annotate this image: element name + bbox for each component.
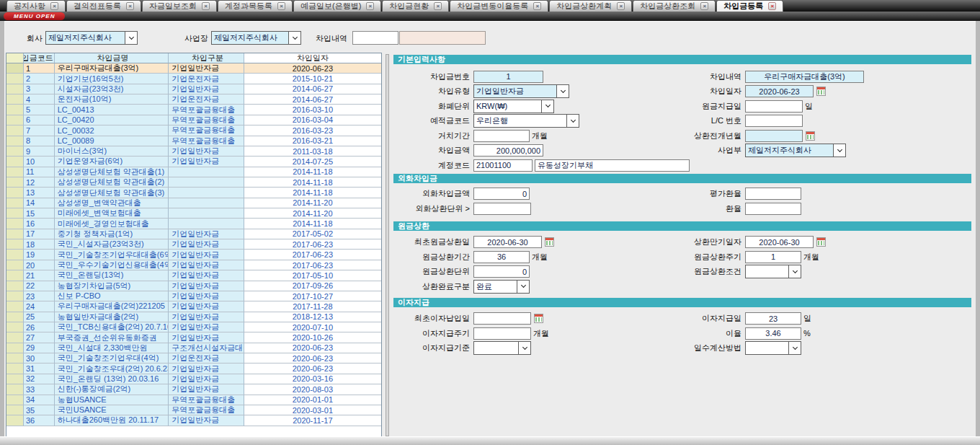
repay-condition-select[interactable] bbox=[745, 265, 801, 278]
table-cell[interactable]: 시설자금(23억3천) bbox=[55, 84, 169, 94]
table-row[interactable]: 5LC_00413무역포괄금융대출2016-03-10 bbox=[6, 105, 381, 115]
table-cell[interactable]: 국민_시설자금(23억3천) bbox=[55, 239, 169, 250]
table-cell[interactable]: 농협일반자금대출(2억) bbox=[55, 312, 169, 322]
table-cell[interactable]: 2020-06-23 bbox=[244, 343, 381, 353]
table-cell[interactable]: 삼성생명단체보험 약관대출(3) bbox=[55, 188, 169, 198]
table-cell[interactable] bbox=[6, 74, 24, 84]
tab-5[interactable]: 차입금현황× bbox=[382, 0, 449, 12]
table-cell[interactable]: 우리구매자금대출(3억) bbox=[55, 63, 169, 74]
tab-close-icon[interactable]: × bbox=[366, 2, 374, 10]
deposit-code-select[interactable]: 우리은행 bbox=[473, 114, 579, 128]
loan-date-field[interactable]: 2020-06-23 bbox=[745, 85, 814, 97]
table-cell[interactable]: 2020-03-16 bbox=[244, 374, 381, 384]
table-cell[interactable] bbox=[6, 250, 24, 260]
table-cell[interactable]: 기업운전자금 bbox=[169, 353, 244, 364]
table-row[interactable]: 4운전자금(10억)기업운전자금2014-06-27 bbox=[6, 94, 381, 105]
table-cell[interactable]: 14 bbox=[24, 198, 55, 208]
table-cell[interactable]: 35 bbox=[24, 405, 55, 415]
table-row[interactable]: 20국민_우수기술기업신용대출(4억)기업일반자금2017-06-23 bbox=[6, 260, 381, 270]
table-cell[interactable] bbox=[6, 322, 24, 332]
table-cell[interactable]: 국민_기술창조기업우대대출(6억) bbox=[55, 250, 169, 260]
table-cell[interactable]: 19 bbox=[24, 250, 55, 260]
table-cell[interactable]: 3 bbox=[24, 84, 55, 94]
table-row[interactable]: 21국민_온랜딩(13억)기업일반자금2017-05-10 bbox=[6, 270, 381, 281]
table-cell[interactable]: 2014-11-20 bbox=[244, 198, 381, 208]
table-cell[interactable]: 기업일반자금 bbox=[169, 312, 244, 322]
maturity-date-field[interactable]: 2020-06-30 bbox=[745, 236, 814, 248]
table-cell[interactable] bbox=[6, 353, 24, 364]
day-count-method-select[interactable] bbox=[745, 341, 801, 355]
table-cell[interactable]: 2014-11-18 bbox=[244, 167, 381, 177]
tab-close-icon[interactable]: × bbox=[533, 2, 541, 10]
chevron-down-icon[interactable] bbox=[517, 281, 529, 293]
table-cell[interactable]: 국민_온랜딩 (13억) 20.03.16 bbox=[55, 374, 169, 384]
exchange-rate-field[interactable] bbox=[745, 203, 801, 215]
repay-cycle-field[interactable]: 1 bbox=[745, 251, 801, 263]
fx-repay-unit-field[interactable] bbox=[473, 203, 531, 215]
table-cell[interactable]: 2020-01-01 bbox=[244, 395, 381, 405]
table-cell[interactable]: 2015-10-21 bbox=[244, 74, 381, 84]
table-cell[interactable]: 2017-11-28 bbox=[244, 301, 381, 312]
table-cell[interactable]: 2020-06-23 bbox=[244, 353, 381, 364]
table-cell[interactable]: 2018-12-13 bbox=[244, 312, 381, 322]
tab-close-icon[interactable]: × bbox=[434, 2, 442, 10]
table-cell[interactable]: 4 bbox=[24, 94, 55, 105]
table-cell[interactable]: 2020-11-17 bbox=[244, 415, 381, 426]
table-cell[interactable]: 10 bbox=[24, 157, 55, 167]
table-row[interactable]: 8LC_00089무역포괄금융대출2016-03-21 bbox=[6, 136, 381, 146]
table-cell[interactable]: 기업일반자금 bbox=[169, 415, 244, 426]
table-cell[interactable]: 기업일반자금 bbox=[169, 374, 244, 384]
table-cell[interactable] bbox=[6, 239, 24, 250]
table-row[interactable]: 2기업기보(16억5천)기업운전자금2015-10-21 bbox=[6, 74, 381, 84]
tab-0[interactable]: 공지사항× bbox=[6, 0, 66, 12]
table-row[interactable]: 33신한(-)통장예금(2억)기업일반자금2020-08-03 bbox=[6, 384, 381, 395]
table-row[interactable]: 16미래에셋_경영인보험대출2014-11-18 bbox=[6, 219, 381, 229]
table-row[interactable]: 35국민USANCE무역포괄금융대출2020-03-01 bbox=[6, 405, 381, 415]
table-row[interactable]: 17중기청 정책자금(1억)기업일반자금2017-05-02 bbox=[6, 229, 381, 239]
tab-9[interactable]: 차입금등록× bbox=[716, 0, 783, 12]
table-cell[interactable]: 국민_우수기술기업신용대출(4억) bbox=[55, 260, 169, 270]
table-cell[interactable]: 기업일반자금 bbox=[169, 281, 244, 291]
chevron-down-icon[interactable] bbox=[566, 115, 579, 127]
table-cell[interactable]: 기업일반자금 bbox=[169, 270, 244, 281]
table-cell[interactable] bbox=[6, 229, 24, 239]
table-cell[interactable]: 2020-03-01 bbox=[244, 405, 381, 415]
table-cell[interactable]: 31 bbox=[24, 364, 55, 374]
account-name-field[interactable]: 유동성장기부채 bbox=[535, 159, 690, 172]
table-row[interactable]: 19국민_기술창조기업우대대출(6억)기업일반자금2017-06-23 bbox=[6, 250, 381, 260]
table-cell[interactable] bbox=[6, 281, 24, 291]
table-cell[interactable]: 농협장기차입금(5억) bbox=[55, 281, 169, 291]
table-cell[interactable]: 26 bbox=[24, 322, 55, 332]
table-cell[interactable]: 2020-06-23 bbox=[244, 63, 381, 74]
table-cell[interactable]: 농협USANCE bbox=[55, 395, 169, 405]
table-row[interactable]: 22농협장기차입금(5억)기업일반자금2017-09-26 bbox=[6, 281, 381, 291]
loan-desc-field[interactable]: 우리구매자금대출(3억) bbox=[745, 71, 864, 83]
calendar-icon[interactable] bbox=[816, 87, 826, 96]
table-cell[interactable]: 7 bbox=[24, 125, 55, 136]
chevron-down-icon[interactable] bbox=[541, 100, 553, 113]
tab-4[interactable]: 예금일보(은행별)× bbox=[293, 0, 381, 12]
chevron-down-icon[interactable] bbox=[125, 32, 137, 44]
table-cell[interactable]: 국민_기술창조기업우대(4억) bbox=[55, 353, 169, 364]
table-cell[interactable]: 21 bbox=[24, 270, 55, 281]
table-cell[interactable] bbox=[6, 105, 24, 115]
table-cell[interactable] bbox=[6, 405, 24, 415]
table-cell[interactable]: 2017-10-27 bbox=[244, 291, 381, 301]
table-cell[interactable]: 무역포괄금융대출 bbox=[169, 405, 244, 415]
tab-3[interactable]: 계정과목등록× bbox=[218, 0, 293, 12]
table-cell[interactable] bbox=[6, 167, 24, 177]
table-cell[interactable]: LC_00089 bbox=[55, 136, 169, 146]
interest-cycle-field[interactable] bbox=[473, 327, 531, 340]
table-cell[interactable] bbox=[6, 312, 24, 322]
table-cell[interactable]: 기업운전자금 bbox=[169, 94, 244, 105]
table-cell[interactable]: 2 bbox=[24, 74, 55, 84]
table-cell[interactable] bbox=[6, 415, 24, 426]
table-cell[interactable]: 17 bbox=[24, 229, 55, 239]
chevron-down-icon[interactable] bbox=[288, 32, 300, 44]
chevron-down-icon[interactable] bbox=[556, 85, 569, 97]
table-cell[interactable]: 27 bbox=[24, 332, 55, 343]
tab-1[interactable]: 결의전표등록× bbox=[66, 0, 141, 12]
table-cell[interactable]: 2014-07-25 bbox=[244, 157, 381, 167]
table-cell[interactable]: 기업일반자금 bbox=[169, 322, 244, 332]
company-select[interactable]: 제일저지주식회사 bbox=[45, 31, 138, 45]
